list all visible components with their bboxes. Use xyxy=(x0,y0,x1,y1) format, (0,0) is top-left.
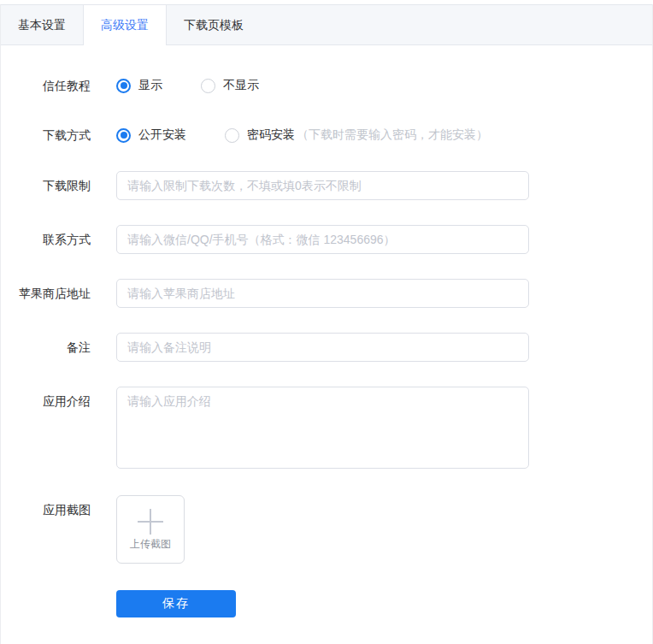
app-intro-row: 应用介绍 xyxy=(1,387,652,469)
radio-unselected-icon xyxy=(225,128,239,143)
download-limit-input[interactable] xyxy=(116,171,529,200)
trust-tutorial-options: 显示 不显示 xyxy=(116,78,259,93)
apple-store-label: 苹果商店地址 xyxy=(1,279,91,308)
save-row: 保存 xyxy=(1,590,652,617)
download-method-options: 公开安装 密码安装 （下载时需要输入密码，才能安装） xyxy=(116,127,488,143)
apple-store-input[interactable] xyxy=(116,279,529,308)
tab-advanced-settings[interactable]: 高级设置 xyxy=(83,5,167,45)
radio-password-install-label: 密码安装 xyxy=(247,127,295,143)
trust-tutorial-row: 信任教程 显示 不显示 xyxy=(1,77,652,94)
password-install-hint: （下载时需要输入密码，才能安装） xyxy=(297,127,488,143)
app-intro-textarea[interactable] xyxy=(116,387,529,469)
radio-show-label: 显示 xyxy=(138,78,162,93)
download-method-label: 下载方式 xyxy=(1,127,91,144)
download-method-row: 下载方式 公开安装 密码安装 （下载时需要输入密码，才能安装） xyxy=(1,127,652,144)
upload-screenshot-text: 上传截图 xyxy=(130,538,171,550)
radio-show[interactable]: 显示 xyxy=(116,78,162,93)
contact-row: 联系方式 xyxy=(1,225,652,254)
app-intro-label: 应用介绍 xyxy=(1,387,91,416)
remark-input[interactable] xyxy=(116,333,529,362)
radio-unselected-icon xyxy=(201,79,215,93)
radio-public-install-label: 公开安装 xyxy=(138,127,186,143)
tab-basic-settings[interactable]: 基本设置 xyxy=(1,5,83,44)
radio-selected-icon xyxy=(116,79,131,93)
save-button[interactable]: 保存 xyxy=(116,590,236,617)
download-limit-label: 下载限制 xyxy=(1,171,91,200)
remark-row: 备注 xyxy=(1,333,652,362)
remark-label: 备注 xyxy=(1,333,91,362)
radio-hide-label: 不显示 xyxy=(223,78,259,93)
app-screenshot-label: 应用截图 xyxy=(1,495,91,524)
upload-screenshot-button[interactable]: 上传截图 xyxy=(116,495,185,564)
radio-public-install[interactable]: 公开安装 xyxy=(116,127,186,143)
advanced-settings-form: 信任教程 显示 不显示 下载方式 公开安装 xyxy=(1,45,652,617)
tabs-header: 基本设置 高级设置 下载页模板 xyxy=(1,4,652,45)
radio-selected-icon xyxy=(116,128,131,143)
settings-panel: 基本设置 高级设置 下载页模板 信任教程 显示 不显示 下载方式 xyxy=(0,4,653,644)
radio-password-install[interactable]: 密码安装 xyxy=(225,127,295,143)
plus-icon xyxy=(138,509,163,535)
contact-label: 联系方式 xyxy=(1,225,91,254)
download-limit-row: 下载限制 xyxy=(1,171,652,200)
contact-input[interactable] xyxy=(116,225,529,254)
apple-store-row: 苹果商店地址 xyxy=(1,279,652,308)
radio-hide[interactable]: 不显示 xyxy=(201,78,259,93)
app-screenshot-row: 应用截图 上传截图 xyxy=(1,495,652,564)
trust-tutorial-label: 信任教程 xyxy=(1,77,91,94)
tab-download-page-template[interactable]: 下载页模板 xyxy=(167,5,261,44)
